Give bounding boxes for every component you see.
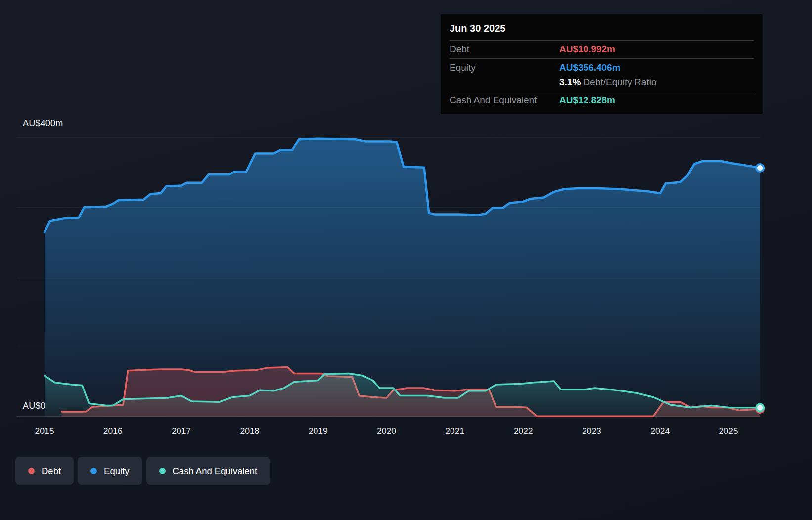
cash-and-equivalent-endpoint-marker[interactable] (756, 404, 764, 411)
x-tick-2022: 2022 (514, 426, 533, 436)
tooltip-ratio: 3.1% Debt/Equity Ratio (559, 77, 754, 87)
tooltip-ratio-value: 3.1% (559, 77, 581, 87)
cash-legend-dot-icon (159, 468, 166, 474)
y-axis-label-0: AU$0 (23, 401, 45, 411)
legend-item-cash[interactable]: Cash And Equivalent (146, 457, 271, 485)
tooltip-cash-value: AU$12.828m (559, 95, 754, 106)
chart-legend: Debt Equity Cash And Equivalent (15, 457, 270, 485)
tooltip-row-debt: Debt AU$10.992m (450, 40, 754, 58)
equity-legend-dot-icon (90, 468, 97, 474)
debt-legend-dot-icon (28, 468, 35, 474)
tooltip-cash-label: Cash And Equivalent (450, 95, 559, 106)
legend-cash-label: Cash And Equivalent (173, 466, 258, 477)
tooltip-ratio-label: Debt/Equity Ratio (584, 77, 657, 87)
legend-item-debt[interactable]: Debt (15, 457, 74, 485)
legend-equity-label: Equity (104, 466, 129, 477)
y-axis-label-400m: AU$400m (23, 118, 63, 129)
tooltip-row-ratio: 3.1% Debt/Equity Ratio (450, 77, 754, 91)
legend-debt-label: Debt (42, 466, 61, 477)
tooltip-row-cash: Cash And Equivalent AU$12.828m (450, 91, 754, 109)
tooltip-debt-value: AU$10.992m (559, 44, 754, 55)
legend-item-equity[interactable]: Equity (78, 457, 142, 485)
x-tick-2020: 2020 (377, 426, 396, 436)
tooltip-debt-label: Debt (450, 44, 559, 55)
x-tick-2015: 2015 (35, 426, 54, 436)
x-tick-2024: 2024 (650, 426, 670, 436)
tooltip-row-equity: Equity AU$356.406m (450, 58, 754, 77)
x-tick-2023: 2023 (582, 426, 601, 436)
equity-endpoint-marker[interactable] (756, 164, 764, 172)
chart-tooltip: Jun 30 2025 Debt AU$10.992m Equity AU$35… (441, 14, 763, 114)
tooltip-equity-value: AU$356.406m (559, 62, 754, 73)
x-tick-2019: 2019 (309, 426, 328, 436)
x-tick-2017: 2017 (172, 426, 191, 436)
x-tick-2018: 2018 (240, 426, 259, 436)
x-tick-2025: 2025 (719, 426, 738, 436)
tooltip-date: Jun 30 2025 (450, 22, 754, 40)
x-tick-2021: 2021 (445, 426, 464, 436)
tooltip-equity-label: Equity (450, 62, 559, 73)
x-tick-2016: 2016 (103, 426, 123, 436)
